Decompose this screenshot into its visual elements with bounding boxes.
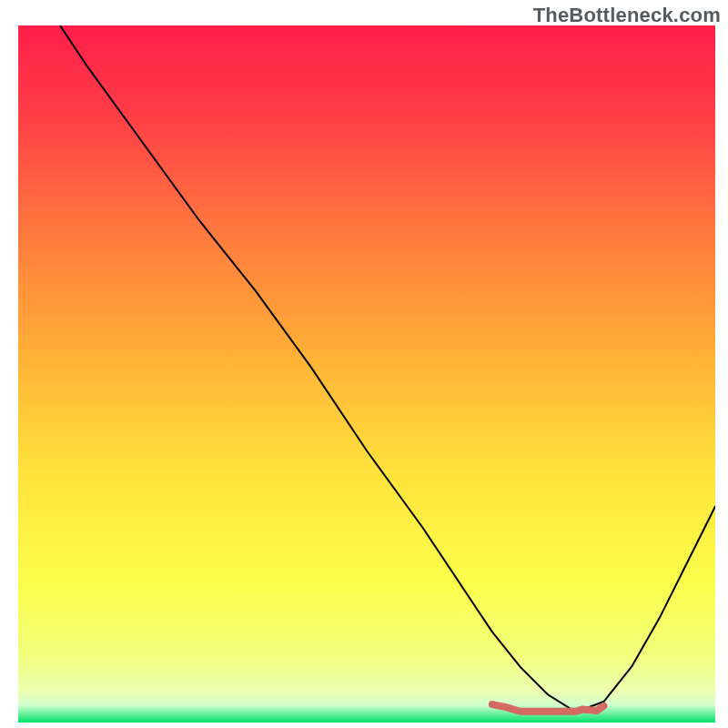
chart-canvas: TheBottleneck.com [0,0,728,728]
plot-svg [18,25,715,723]
watermark-label: TheBottleneck.com [533,4,721,27]
plot-area [18,25,715,723]
background-gradient [18,25,715,723]
